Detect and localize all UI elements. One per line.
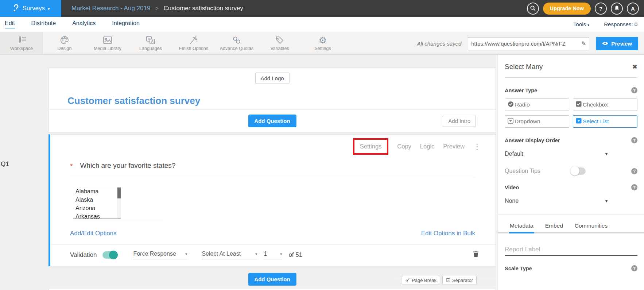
close-icon[interactable]: ✖: [632, 63, 637, 71]
avatar-initial: A: [631, 5, 635, 12]
tab-embed[interactable]: Embed: [544, 220, 564, 232]
brand-menu[interactable]: Surveys ▾: [0, 0, 61, 17]
separator-button[interactable]: ☑ Separator: [442, 276, 477, 285]
question-preview-button[interactable]: Preview: [443, 143, 465, 150]
search-button[interactable]: [527, 3, 539, 15]
chevron-down-icon: ▼: [604, 198, 609, 204]
force-response-select[interactable]: Force Response ▾: [133, 251, 187, 259]
toolbar-item-variables[interactable]: Variables: [258, 32, 301, 54]
question-settings-button[interactable]: Settings: [360, 143, 382, 150]
chain-link-icon: [232, 35, 241, 45]
radio-check-icon: [508, 101, 514, 109]
tab-edit[interactable]: Edit: [5, 20, 15, 28]
question-settings-panel: Select Many ✖ Answer Type ? Radio Checkb…: [498, 55, 644, 290]
answer-type-checkbox[interactable]: Checkbox: [573, 98, 637, 111]
magic-wand-icon: [189, 35, 198, 45]
validation-toggle[interactable]: [102, 251, 117, 259]
questionpro-logo-icon: [12, 3, 20, 13]
help-icon[interactable]: ?: [631, 168, 637, 174]
list-item[interactable]: Arkansas: [73, 212, 121, 219]
report-label-input[interactable]: [505, 244, 637, 256]
palette-icon: [60, 35, 69, 45]
help-button[interactable]: ?: [595, 3, 607, 15]
add-edit-options-link[interactable]: Add/Edit Options: [70, 230, 117, 237]
dropdown-square-icon: [508, 118, 513, 125]
toolbar-item-media-library[interactable]: Media Library: [86, 32, 129, 54]
upgrade-now-button[interactable]: Upgrade Now: [543, 3, 591, 15]
tools-menu[interactable]: Tools ▾: [573, 21, 589, 27]
chevron-down-icon: ▾: [48, 7, 50, 11]
page-break-button[interactable]: Page Break: [402, 276, 440, 285]
list-item[interactable]: Alaska: [73, 196, 121, 204]
checkbox-icon: ☑: [446, 278, 450, 283]
question-number: Q1: [1, 161, 9, 168]
validation-label: Validation: [70, 251, 97, 259]
add-logo-button[interactable]: Add Logo: [255, 73, 289, 84]
page-break-icon: [406, 278, 410, 283]
breadcrumb-folder[interactable]: Market Research - Aug 2019: [71, 5, 150, 12]
toolbar-item-languages[interactable]: x A Languages: [129, 32, 172, 54]
validation-rule-select[interactable]: Select At Least ▾: [202, 251, 257, 259]
avatar[interactable]: A: [627, 3, 639, 15]
answer-listbox[interactable]: Alabama Alaska Arizona Arkansas: [73, 187, 121, 219]
toolbar-item-workspace[interactable]: Workspace: [0, 32, 43, 54]
validation-row: Validation Force Response ▾ Select At Le…: [50, 245, 496, 265]
tab-integration[interactable]: Integration: [112, 20, 140, 28]
toolbar-item-settings[interactable]: ⚙ Settings: [301, 32, 344, 54]
annotation-highlight-box: Settings: [353, 138, 389, 155]
divider: [498, 214, 644, 214]
tab-distribute[interactable]: Distribute: [31, 20, 56, 28]
validation-count-select[interactable]: 1 ▾: [264, 251, 282, 259]
scale-type-label: Scale Type: [505, 266, 532, 271]
svg-text:A: A: [151, 39, 154, 43]
answer-type-radio[interactable]: Radio: [505, 98, 569, 111]
help-icon[interactable]: ?: [631, 87, 637, 93]
question-text[interactable]: Which are your favorite states?: [80, 162, 175, 170]
survey-canvas: Q1 Add Logo Customer satisfaction survey…: [0, 55, 644, 290]
tab-metadata[interactable]: Metadata: [509, 220, 534, 233]
kebab-menu-icon[interactable]: ⋮: [473, 143, 481, 150]
bell-icon: [614, 5, 620, 12]
video-select[interactable]: None ▼: [505, 198, 609, 204]
toolbar-item-design[interactable]: Design: [43, 32, 86, 54]
question-logic-button[interactable]: Logic: [420, 143, 434, 150]
answer-type-select-list[interactable]: Select List: [573, 115, 637, 128]
list-item[interactable]: Alabama: [73, 187, 121, 196]
toolbar-item-advance-quotas[interactable]: Advance Quotas: [215, 32, 258, 54]
topbar-actions: Upgrade Now ? A: [527, 3, 639, 15]
required-asterisk: *: [70, 162, 73, 170]
add-question-button-bottom[interactable]: Add Question: [248, 273, 296, 286]
listbox-scrollbar[interactable]: [117, 187, 121, 219]
survey-header-card: Add Logo Customer satisfaction survey Ad…: [49, 68, 496, 132]
tab-analytics[interactable]: Analytics: [72, 20, 96, 28]
question-copy-button[interactable]: Copy: [397, 143, 411, 150]
search-icon: [530, 5, 536, 12]
chevron-down-icon: ▾: [255, 252, 257, 256]
workspace-icon: [16, 35, 27, 45]
help-icon[interactable]: ?: [631, 184, 637, 190]
edit-url-icon[interactable]: ✎: [581, 40, 586, 47]
help-icon[interactable]: ?: [631, 265, 637, 271]
next-section-card: [49, 288, 496, 290]
survey-title[interactable]: Customer satisfaction survey: [67, 95, 200, 107]
add-question-button-top[interactable]: Add Question: [248, 115, 296, 127]
image-icon: [102, 35, 113, 45]
help-icon[interactable]: ?: [631, 137, 637, 143]
tab-communities[interactable]: Communities: [574, 220, 608, 232]
answer-display-order-select[interactable]: Default ▼: [505, 151, 609, 157]
toolbar-item-finish-options[interactable]: Finish Options: [172, 32, 215, 54]
edit-options-in-bulk-link[interactable]: Edit Options in Bulk: [421, 230, 475, 237]
trash-icon[interactable]: [473, 251, 479, 259]
add-intro-button[interactable]: Add Intro: [443, 115, 476, 127]
translate-icon: x A: [146, 35, 156, 45]
list-item[interactable]: Arizona: [73, 204, 121, 212]
preview-button[interactable]: Preview: [596, 37, 638, 50]
toolbar-item-label: Settings: [314, 46, 331, 51]
survey-url-box: ✎: [468, 37, 589, 50]
toolbar-item-label: Finish Options: [179, 46, 208, 51]
survey-url-input[interactable]: [471, 40, 580, 47]
question-tips-toggle[interactable]: [571, 167, 586, 175]
answer-type-dropdown[interactable]: Dropdown: [505, 115, 569, 128]
notifications-button[interactable]: [611, 3, 623, 15]
responses-count[interactable]: Responses: 0: [604, 21, 637, 27]
